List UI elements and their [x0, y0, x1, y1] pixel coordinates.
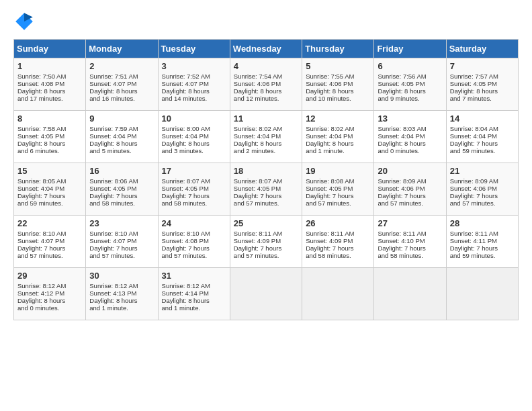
day-info: and 0 minutes. — [378, 147, 442, 154]
day-info: Sunrise: 8:00 AM — [162, 125, 226, 132]
day-info: Sunset: 4:04 PM — [306, 132, 370, 140]
logo-icon — [13, 11, 35, 32]
day-info: and 58 minutes. — [89, 199, 154, 207]
day-info: and 59 minutes. — [450, 147, 515, 154]
day-cell: 2Sunrise: 7:51 AMSunset: 4:07 PMDaylight… — [86, 58, 158, 111]
day-info: Sunset: 4:06 PM — [234, 80, 298, 87]
day-info: Sunset: 4:05 PM — [162, 185, 226, 192]
day-cell: 28Sunrise: 8:11 AMSunset: 4:11 PMDayligh… — [446, 216, 518, 268]
header-row: SundayMondayTuesdayWednesdayThursdayFrid… — [14, 40, 519, 58]
day-info: Daylight: 8 hours — [89, 297, 154, 304]
day-info: Daylight: 8 hours — [306, 140, 370, 147]
week-row-1: 1Sunrise: 7:50 AMSunset: 4:08 PMDaylight… — [14, 58, 519, 111]
day-info: Daylight: 7 hours — [234, 244, 298, 252]
day-cell: 1Sunrise: 7:50 AMSunset: 4:08 PMDaylight… — [14, 58, 86, 111]
day-info: and 0 minutes. — [17, 304, 82, 312]
header — [13, 11, 519, 32]
day-info: Sunrise: 8:05 AM — [17, 177, 82, 185]
day-info: Sunrise: 8:02 AM — [234, 125, 298, 132]
day-number: 4 — [234, 61, 298, 71]
day-info: Sunset: 4:09 PM — [234, 237, 298, 244]
day-info: Sunrise: 8:09 AM — [450, 177, 515, 185]
day-info: Sunset: 4:05 PM — [378, 80, 442, 87]
day-info: Daylight: 7 hours — [17, 244, 82, 252]
day-info: and 57 minutes. — [306, 199, 370, 207]
day-info: and 57 minutes. — [234, 199, 298, 207]
day-info: Sunrise: 8:11 AM — [450, 230, 515, 237]
day-info: and 10 minutes. — [306, 95, 370, 102]
day-cell: 15Sunrise: 8:05 AMSunset: 4:04 PMDayligh… — [14, 163, 86, 216]
day-info: Sunrise: 8:12 AM — [17, 282, 82, 289]
day-info: Sunrise: 8:09 AM — [378, 177, 442, 185]
day-info: Daylight: 7 hours — [162, 244, 226, 252]
day-number: 25 — [234, 218, 298, 228]
day-info: Daylight: 8 hours — [162, 297, 226, 304]
day-cell: 4Sunrise: 7:54 AMSunset: 4:06 PMDaylight… — [230, 58, 302, 111]
day-info: Daylight: 8 hours — [162, 87, 226, 95]
day-info: Sunset: 4:06 PM — [306, 80, 370, 87]
day-number: 8 — [17, 113, 82, 124]
day-info: and 9 minutes. — [378, 95, 442, 102]
day-info: Sunrise: 8:04 AM — [450, 125, 515, 132]
day-cell: 6Sunrise: 7:56 AMSunset: 4:05 PMDaylight… — [374, 58, 446, 111]
week-row-5: 29Sunrise: 8:12 AMSunset: 4:12 PMDayligh… — [14, 268, 519, 320]
day-info: and 57 minutes. — [162, 252, 226, 259]
day-info: Sunrise: 7:57 AM — [450, 73, 515, 80]
col-header-tuesday: Tuesday — [158, 40, 230, 58]
day-info: and 16 minutes. — [89, 95, 154, 102]
day-info: and 58 minutes. — [378, 252, 442, 259]
day-info: Sunset: 4:14 PM — [162, 289, 226, 297]
day-cell: 26Sunrise: 8:11 AMSunset: 4:09 PMDayligh… — [302, 216, 374, 268]
day-info: and 7 minutes. — [450, 95, 515, 102]
day-cell: 5Sunrise: 7:55 AMSunset: 4:06 PMDaylight… — [302, 58, 374, 111]
day-cell: 7Sunrise: 7:57 AMSunset: 4:05 PMDaylight… — [446, 58, 518, 111]
day-info: Daylight: 8 hours — [17, 140, 82, 147]
day-info: Sunrise: 8:08 AM — [306, 177, 370, 185]
day-cell: 30Sunrise: 8:12 AMSunset: 4:13 PMDayligh… — [86, 268, 158, 320]
day-number: 15 — [17, 166, 82, 176]
day-info: Sunrise: 7:56 AM — [378, 73, 442, 80]
day-cell: 18Sunrise: 8:07 AMSunset: 4:05 PMDayligh… — [230, 163, 302, 216]
day-info: Sunset: 4:11 PM — [450, 237, 515, 244]
day-info: Sunset: 4:05 PM — [306, 185, 370, 192]
day-info: Daylight: 7 hours — [378, 192, 442, 199]
day-info: and 6 minutes. — [17, 147, 82, 154]
day-info: Sunset: 4:05 PM — [234, 185, 298, 192]
day-info: Sunset: 4:07 PM — [89, 237, 154, 244]
day-info: and 1 minute. — [162, 304, 226, 312]
day-info: and 57 minutes. — [378, 199, 442, 207]
day-number: 31 — [162, 271, 226, 281]
day-cell — [374, 268, 446, 320]
day-info: Sunrise: 8:11 AM — [306, 230, 370, 237]
day-number: 23 — [89, 218, 154, 228]
day-info: Sunrise: 7:55 AM — [306, 73, 370, 80]
day-info: and 59 minutes. — [450, 252, 515, 259]
day-info: Sunrise: 7:52 AM — [162, 73, 226, 80]
day-number: 26 — [306, 218, 370, 228]
col-header-monday: Monday — [86, 40, 158, 58]
day-number: 11 — [234, 113, 298, 124]
day-cell — [446, 268, 518, 320]
day-info: Daylight: 7 hours — [89, 244, 154, 252]
day-info: Sunset: 4:05 PM — [89, 185, 154, 192]
day-info: Sunset: 4:04 PM — [17, 185, 82, 192]
day-info: and 1 minute. — [89, 304, 154, 312]
day-info: and 17 minutes. — [17, 95, 82, 102]
day-info: Daylight: 7 hours — [378, 244, 442, 252]
day-info: Daylight: 8 hours — [378, 140, 442, 147]
day-info: and 2 minutes. — [234, 147, 298, 154]
day-info: Sunrise: 8:11 AM — [378, 230, 442, 237]
day-cell: 21Sunrise: 8:09 AMSunset: 4:06 PMDayligh… — [446, 163, 518, 216]
day-info: Daylight: 7 hours — [450, 192, 515, 199]
day-cell: 23Sunrise: 8:10 AMSunset: 4:07 PMDayligh… — [86, 216, 158, 268]
day-cell: 10Sunrise: 8:00 AMSunset: 4:04 PMDayligh… — [158, 111, 230, 163]
day-info: and 59 minutes. — [17, 199, 82, 207]
col-header-friday: Friday — [374, 40, 446, 58]
day-cell: 8Sunrise: 7:58 AMSunset: 4:05 PMDaylight… — [14, 111, 86, 163]
day-info: Daylight: 8 hours — [450, 87, 515, 95]
day-number: 3 — [162, 61, 226, 71]
day-info: Daylight: 8 hours — [234, 87, 298, 95]
day-info: Sunset: 4:06 PM — [450, 185, 515, 192]
day-info: Sunset: 4:13 PM — [89, 289, 154, 297]
day-cell: 11Sunrise: 8:02 AMSunset: 4:04 PMDayligh… — [230, 111, 302, 163]
